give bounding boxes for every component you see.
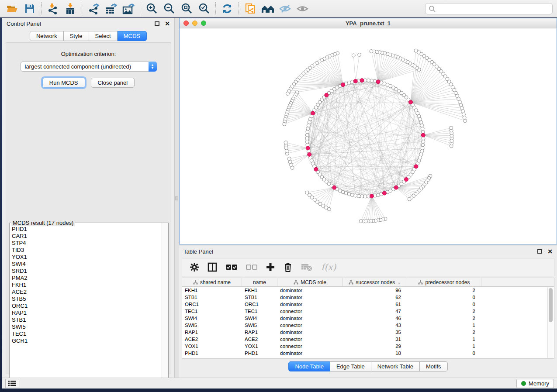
mcds-hub-node[interactable] [325, 93, 329, 97]
tab-network-table[interactable]: Network Table [371, 361, 420, 371]
minimize-window-icon[interactable] [192, 21, 197, 26]
tab-select[interactable]: Select [89, 31, 118, 41]
mcds-result-item[interactable]: CAR1 [12, 233, 161, 240]
network-node[interactable] [420, 124, 424, 127]
mcds-hub-node[interactable] [382, 191, 386, 195]
network-node[interactable] [420, 150, 424, 153]
network-node[interactable] [421, 127, 424, 131]
show-all-button[interactable] [294, 1, 311, 16]
mcds-hub-node[interactable] [314, 167, 318, 171]
import-table-button[interactable] [62, 1, 79, 16]
network-node[interactable] [360, 195, 364, 198]
network-node[interactable] [284, 141, 287, 144]
mcds-hub-node[interactable] [408, 100, 412, 104]
refresh-view-button[interactable] [218, 1, 236, 16]
network-node[interactable] [370, 79, 374, 83]
zoom-fit-button[interactable] [178, 1, 195, 16]
network-node[interactable] [352, 54, 355, 57]
network-node[interactable] [422, 140, 425, 143]
network-node[interactable] [306, 130, 309, 134]
table-row[interactable]: RAP1RAP1dominator352 [182, 329, 554, 336]
mcds-hub-node[interactable] [376, 80, 380, 84]
mcds-hub-node[interactable] [311, 111, 315, 115]
network-node[interactable] [414, 49, 418, 52]
zoom-out-button[interactable] [160, 1, 178, 16]
network-window-titlebar[interactable]: YPA_prune.txt_1 [180, 18, 557, 28]
network-node[interactable] [308, 120, 311, 124]
mcds-result-item[interactable]: SWI4 [12, 261, 161, 268]
mcds-hub-node[interactable] [360, 79, 364, 83]
table-row[interactable]: SWI5SWI5connector431 [182, 322, 554, 329]
close-icon[interactable]: ✕ [165, 21, 170, 26]
add-column-button[interactable] [266, 263, 275, 272]
mcds-hub-node[interactable] [405, 178, 408, 182]
mcds-result-item[interactable]: YOX1 [12, 254, 161, 261]
tab-motifs[interactable]: Motifs [420, 361, 448, 371]
tab-node-table[interactable]: Node Table [288, 361, 330, 371]
select-all-columns-button[interactable] [226, 264, 237, 270]
network-node[interactable] [350, 193, 354, 197]
network-node[interactable] [462, 113, 465, 116]
table-row[interactable]: ORC1ORC1dominator610 [182, 301, 554, 308]
table-options-button[interactable] [190, 263, 199, 272]
export-table-button[interactable] [102, 1, 120, 16]
column-header-MCDS-role[interactable]: MCDS role [277, 278, 343, 286]
network-node[interactable] [421, 143, 425, 147]
network-node[interactable] [357, 194, 360, 198]
mcds-result-item[interactable]: RAP1 [12, 309, 161, 316]
tab-network[interactable]: Network [30, 31, 64, 41]
show-panels-button[interactable] [5, 379, 19, 388]
close-icon[interactable]: ✕ [547, 249, 553, 254]
column-header-shared-name[interactable]: shared name [182, 278, 242, 286]
network-node[interactable] [347, 193, 351, 196]
column-header-name[interactable]: name [242, 278, 277, 286]
network-node[interactable] [377, 193, 380, 197]
network-node[interactable] [286, 92, 289, 96]
network-graph-canvas[interactable] [180, 28, 557, 244]
result-scrollbar[interactable] [162, 223, 168, 383]
network-node[interactable] [367, 79, 370, 82]
show-column-button[interactable] [208, 262, 217, 272]
column-header-predecessor-nodes[interactable]: predecessor nodes [407, 278, 481, 286]
open-file-button[interactable] [3, 1, 21, 16]
mcds-hub-node[interactable] [394, 186, 398, 189]
close-panel-button[interactable]: Close panel [91, 78, 135, 88]
mcds-result-item[interactable]: STP4 [12, 240, 161, 247]
mcds-result-item[interactable]: STB5 [12, 296, 161, 303]
mcds-hub-node[interactable] [414, 165, 418, 168]
table-row[interactable]: STB1STB1dominator620 [182, 294, 554, 301]
mcds-hub-node[interactable] [421, 133, 425, 137]
mcds-result-item[interactable]: ACE2 [12, 289, 161, 296]
column-header-successor-nodes[interactable]: successor nodes⌄ [343, 278, 407, 286]
mcds-hub-node[interactable] [370, 194, 374, 198]
tab-mcds[interactable]: MCDS [118, 31, 147, 41]
export-network-button[interactable] [85, 1, 102, 16]
delete-columns-button[interactable] [284, 262, 292, 272]
network-node[interactable] [421, 146, 424, 150]
mcds-hub-node[interactable] [353, 79, 357, 83]
mcds-result-item[interactable]: SWI5 [12, 323, 161, 330]
tab-style[interactable]: Style [64, 31, 89, 41]
maximize-window-icon[interactable] [201, 21, 206, 26]
tab-edge-table[interactable]: Edge Table [330, 361, 371, 371]
vertical-splitter[interactable] [175, 18, 179, 378]
mcds-result-item[interactable]: TEC1 [12, 330, 161, 337]
splitter-grip[interactable] [175, 196, 178, 200]
mcds-result-item[interactable]: ORC1 [12, 303, 161, 309]
network-node[interactable] [283, 122, 286, 126]
mcds-result-item[interactable]: PMA2 [12, 275, 161, 282]
network-node[interactable] [306, 127, 310, 131]
run-mcds-button[interactable]: Run MCDS [42, 78, 85, 88]
network-node[interactable] [307, 124, 310, 127]
network-node[interactable] [305, 191, 309, 194]
mcds-hub-node[interactable] [308, 152, 311, 156]
close-window-icon[interactable] [183, 21, 189, 26]
network-node[interactable] [363, 195, 367, 198]
network-node[interactable] [287, 157, 291, 161]
zoom-in-button[interactable] [143, 1, 160, 16]
table-row[interactable]: TEC1TEC1connector472 [182, 308, 554, 315]
table-row[interactable]: YOX1YOX1connector291 [182, 343, 554, 350]
network-node[interactable] [305, 134, 309, 137]
network-node[interactable] [359, 220, 363, 223]
mcds-result-item[interactable]: GCR1 [12, 337, 161, 344]
